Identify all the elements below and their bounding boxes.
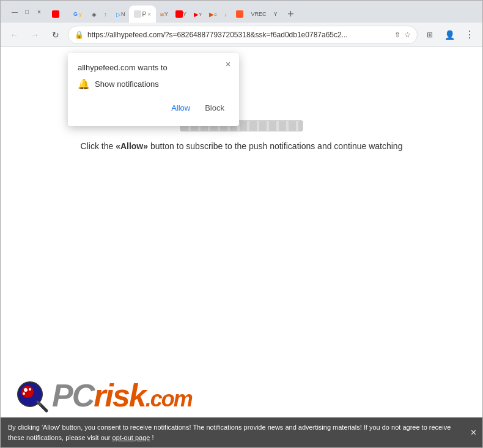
popup-permission: 🔔 Show notifications [78,78,229,90]
tab-2[interactable]: G y [67,6,88,23]
pcrisk-pc: PC [52,378,94,413]
browser-window: — □ × G y ◈ ↑ ▷ N P [0,0,483,448]
back-button[interactable]: ← [6,26,23,43]
address-text: https://allhypefeed.com/?s=6826488779372… [87,31,391,39]
tab-3[interactable]: ◈ [88,6,100,23]
profile-button[interactable]: 👤 [441,26,458,43]
pcrisk-logo: PCrisk.com [13,377,192,414]
pcrisk-risk: risk [94,378,146,413]
svg-point-2 [24,388,28,392]
page-content: × allhypefeed.com wants to 🔔 Show notifi… [1,47,482,447]
tab-1[interactable] [46,6,67,23]
bell-icon: 🔔 [78,78,90,90]
refresh-button[interactable]: ↻ [47,26,64,43]
title-bar: — □ × G y ◈ ↑ ▷ N P [1,1,482,23]
minimize-button[interactable]: — [10,7,19,16]
forward-button[interactable]: → [26,26,43,43]
menu-button[interactable]: ⋮ [460,26,477,43]
tab-13[interactable]: VREC [247,6,270,23]
extensions-button[interactable]: ⊞ [421,26,438,43]
new-tab-button[interactable]: + [282,6,299,23]
close-button[interactable]: × [35,7,43,16]
tab-active[interactable]: P × [129,6,157,23]
tab-11[interactable]: ↓ [220,6,232,23]
pcrisk-logo-icon [13,377,50,414]
notification-popup: × allhypefeed.com wants to 🔔 Show notifi… [68,53,239,126]
tab-4[interactable]: ↑ [100,6,112,23]
tab-10[interactable]: ▶ c [205,6,220,23]
bottom-bar-text-end: ! [152,434,153,441]
maximize-button[interactable]: □ [23,7,31,16]
tab-5[interactable]: ▷ N [112,6,129,23]
popup-close-button[interactable]: × [222,58,234,70]
pcrisk-text: PCrisk.com [52,380,192,411]
nav-actions: ⊞ 👤 ⋮ [421,26,477,43]
tab-7[interactable]: ≋ Y [156,6,172,23]
tab-14[interactable]: Y [270,6,282,23]
page-instruction: Click the «Allow» button to subscribe to… [81,141,403,151]
address-bar[interactable]: 🔒 https://allhypefeed.com/?s=68264887793… [68,26,418,44]
pcrisk-com: .com [146,386,192,411]
bottom-bar-close-button[interactable]: × [471,425,476,440]
tab-8[interactable]: Y [172,6,190,23]
lock-icon: 🔒 [75,31,84,39]
opt-out-link[interactable]: opt-out page [112,434,150,441]
block-button[interactable]: Block [200,100,229,116]
tab-12[interactable] [232,6,247,23]
bookmark-icon[interactable]: ☆ [404,31,411,39]
svg-point-3 [29,388,31,391]
tab-9[interactable]: ▶Y [190,6,205,23]
bottom-notification-bar: By clicking 'Allow' button, you consent … [1,417,482,447]
svg-point-4 [23,392,25,395]
share-icon[interactable]: ⇧ [394,31,400,39]
popup-actions: Allow Block [78,100,229,116]
popup-permission-text: Show notifications [95,79,159,89]
nav-bar: ← → ↻ 🔒 https://allhypefeed.com/?s=68264… [1,23,482,47]
svg-point-1 [21,386,34,398]
tab-strip: G y ◈ ↑ ▷ N P × ≋ Y [46,1,477,23]
bottom-bar-text: By clicking 'Allow' button, you consent … [8,424,451,441]
popup-title: allhypefeed.com wants to [78,63,229,72]
window-controls: — □ × [10,7,43,16]
allow-button[interactable]: Allow [166,100,195,116]
